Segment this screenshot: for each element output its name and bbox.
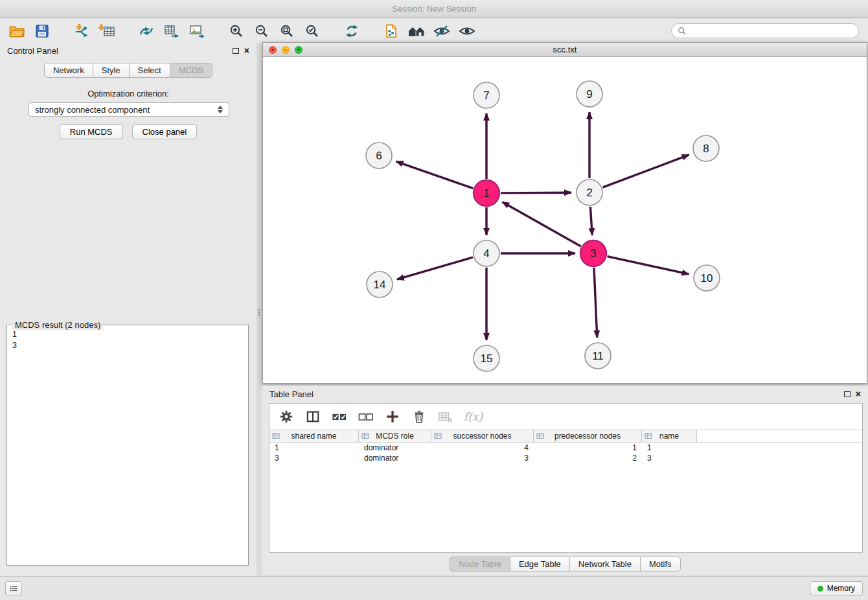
column-header-label: predecessor nodes xyxy=(554,432,621,441)
export-image-button[interactable] xyxy=(187,21,207,41)
open-session-button[interactable] xyxy=(6,21,27,41)
table-toolbar: f(x) xyxy=(269,404,862,430)
add-row-button[interactable] xyxy=(384,408,401,425)
column-header-predecessor-nodes[interactable]: predecessor nodes xyxy=(534,430,642,442)
network-table-icon xyxy=(163,23,180,39)
zoom-in-button[interactable] xyxy=(226,21,247,41)
zoom-fit-button[interactable] xyxy=(277,21,297,41)
import-table-button[interactable] xyxy=(97,21,117,41)
show-columns-button[interactable] xyxy=(304,408,321,425)
table-tab-network-table[interactable]: Network Table xyxy=(569,557,641,571)
app-title: Session: New Session xyxy=(392,4,475,14)
deselect-all-button[interactable] xyxy=(358,408,374,425)
svg-text:8: 8 xyxy=(703,143,709,155)
import-table-icon xyxy=(98,23,115,39)
close-table-panel-icon[interactable]: × xyxy=(856,390,861,398)
table-panel-title: Table Panel xyxy=(269,389,314,399)
result-line: 3 xyxy=(12,340,243,351)
network-window-titlebar[interactable]: × − + scc.txt xyxy=(263,43,867,57)
svg-text:1: 1 xyxy=(483,187,489,200)
node-6[interactable]: 6 xyxy=(366,143,392,168)
copy-network-button[interactable] xyxy=(381,21,402,41)
node-14[interactable]: 14 xyxy=(367,271,393,297)
edge-1-6[interactable] xyxy=(396,161,473,189)
zoom-window-button[interactable]: + xyxy=(295,46,303,54)
float-table-panel-icon[interactable] xyxy=(844,391,851,397)
select-all-button[interactable] xyxy=(331,408,348,425)
node-3[interactable]: 3 xyxy=(580,240,606,266)
column-header-shared-name[interactable]: shared name xyxy=(269,430,359,442)
node-1[interactable]: 1 xyxy=(474,180,499,206)
node-4[interactable]: 4 xyxy=(474,240,499,266)
table-settings-button[interactable] xyxy=(278,408,295,425)
new-table-button[interactable] xyxy=(161,21,182,41)
run-mcds-button[interactable]: Run MCDS xyxy=(60,124,123,139)
table-tab-motifs[interactable]: Motifs xyxy=(640,557,681,571)
main-toolbar xyxy=(0,19,868,43)
delete-row-button[interactable] xyxy=(411,408,428,425)
table-cell: 3 xyxy=(642,454,697,463)
save-session-button[interactable] xyxy=(32,21,52,41)
panel-splitter[interactable]: ••• xyxy=(257,42,262,576)
edge-2-3[interactable] xyxy=(590,207,592,235)
criterion-dropdown[interactable]: strongly connected component xyxy=(29,102,229,117)
import-network-button[interactable] xyxy=(71,21,92,41)
float-panel-icon[interactable] xyxy=(233,48,239,54)
new-network-button[interactable] xyxy=(136,21,157,41)
table-tab-node-table[interactable]: Node Table xyxy=(450,557,510,571)
node-15[interactable]: 15 xyxy=(474,345,499,371)
node-7[interactable]: 7 xyxy=(474,82,499,108)
network-canvas[interactable]: 7968124314101511 xyxy=(263,58,867,383)
table-header-row: shared nameMCDS rolesuccessor nodesprede… xyxy=(269,430,862,443)
node-2[interactable]: 2 xyxy=(577,179,602,205)
status-bar: Memory xyxy=(0,576,868,600)
search-box[interactable] xyxy=(671,23,859,38)
node-10[interactable]: 10 xyxy=(694,265,720,291)
show-graphics-button[interactable] xyxy=(457,21,477,41)
task-history-button[interactable] xyxy=(5,581,22,595)
close-panel-button[interactable]: Close panel xyxy=(132,124,198,139)
minimize-window-button[interactable]: − xyxy=(282,46,290,54)
edge-2-8[interactable] xyxy=(603,155,689,187)
tab-style[interactable]: Style xyxy=(93,63,130,78)
close-window-button[interactable]: × xyxy=(269,46,277,54)
edge-3-10[interactable] xyxy=(608,257,689,274)
table-row[interactable]: 3dominator323 xyxy=(269,453,862,463)
svg-text:3: 3 xyxy=(590,248,596,260)
tab-mcds[interactable]: MCDS xyxy=(170,63,212,78)
node-9[interactable]: 9 xyxy=(577,81,602,107)
edge-3-11[interactable] xyxy=(594,268,597,338)
function-builder-button[interactable]: f(x) xyxy=(464,410,483,423)
table-panel-header: Table Panel × xyxy=(262,386,868,402)
network-window-title: scc.txt xyxy=(553,45,577,54)
save-icon xyxy=(34,23,50,39)
svg-text:6: 6 xyxy=(376,150,382,162)
dropdown-stepper-icon xyxy=(218,106,223,113)
column-header-name[interactable]: name xyxy=(642,430,697,442)
table-row[interactable]: 1dominator411 xyxy=(269,443,862,453)
node-8[interactable]: 8 xyxy=(693,135,719,161)
network-graph[interactable]: 7968124314101511 xyxy=(263,58,867,384)
column-header-label: MCDS role xyxy=(376,432,414,441)
hide-style-button[interactable] xyxy=(431,21,452,41)
close-panel-icon[interactable]: × xyxy=(244,47,249,54)
tab-network[interactable]: Network xyxy=(44,63,93,78)
refresh-icon xyxy=(344,23,360,39)
table-tab-edge-table[interactable]: Edge Table xyxy=(510,557,570,571)
column-header-successor-nodes[interactable]: successor nodes xyxy=(431,430,534,442)
memory-button[interactable]: Memory xyxy=(810,581,863,595)
column-header-mcds-role[interactable]: MCDS role xyxy=(359,430,431,442)
node-11[interactable]: 11 xyxy=(585,343,611,369)
edge-4-14[interactable] xyxy=(397,257,473,279)
network-window: × − + scc.txt 7968124314101511 xyxy=(262,42,867,384)
delete-table-button[interactable] xyxy=(437,408,454,425)
control-panel-buttons: Run MCDS Close panel xyxy=(0,124,257,139)
edge-1-2[interactable] xyxy=(501,192,571,193)
home-gallery-button[interactable] xyxy=(406,21,427,41)
refresh-layout-button[interactable] xyxy=(341,21,362,41)
tab-select[interactable]: Select xyxy=(129,63,170,78)
search-input[interactable] xyxy=(690,25,852,36)
edge-3-1[interactable] xyxy=(502,202,580,247)
zoom-selected-button[interactable] xyxy=(302,21,323,41)
zoom-out-button[interactable] xyxy=(251,21,272,41)
